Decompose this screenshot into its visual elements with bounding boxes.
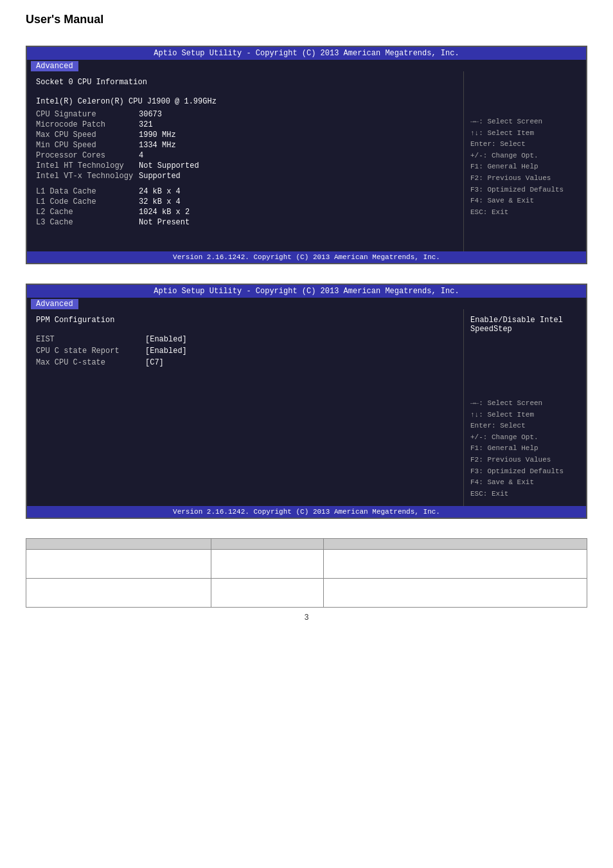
bios-tab-2[interactable]: Advanced xyxy=(31,299,78,309)
eist-label: EIST xyxy=(36,335,145,344)
table-row: L1 Code Cache 32 kB x 4 xyxy=(36,197,454,206)
proc-cores-label: Processor Cores xyxy=(36,151,139,160)
table-row xyxy=(26,550,587,579)
l2-cache-label: L2 Cache xyxy=(36,208,139,217)
l1-code-value: 32 kB x 4 xyxy=(139,197,181,206)
l1-data-label: L1 Data Cache xyxy=(36,187,139,196)
table-cell xyxy=(211,550,324,579)
help-select-screen: →←: Select Screen xyxy=(470,116,580,128)
l1-data-value: 24 kB x 4 xyxy=(139,187,181,196)
bios-screen-1: Aptio Setup Utility - Copyright (C) 2013… xyxy=(26,46,587,264)
vtx-tech-label: Intel VT-x Technology xyxy=(36,172,139,181)
help-general-help: F1: General Help xyxy=(470,161,580,173)
table-cell xyxy=(26,579,211,608)
page-number: 3 xyxy=(26,613,587,622)
help2-enter-select: Enter: Select xyxy=(470,420,580,432)
table-row: Microcode Patch 321 xyxy=(36,120,454,129)
help2-save-exit: F4: Save & Exit xyxy=(470,477,580,489)
help-enter-select: Enter: Select xyxy=(470,139,580,150)
help-select-item: ↑↓: Select Item xyxy=(470,128,580,140)
vtx-tech-value: Supported xyxy=(139,172,181,181)
page-title: User's Manual xyxy=(26,13,587,26)
bottom-table xyxy=(26,538,587,608)
table-row: Intel HT Technology Not Supported xyxy=(36,161,454,170)
bios-sidebar-help-1: →←: Select Screen ↑↓: Select Item Enter:… xyxy=(470,116,580,218)
cpu-c-state-value: [Enabled] xyxy=(145,347,187,356)
l2-cache-value: 1024 kB x 2 xyxy=(139,208,190,217)
cpu-c-state-label: CPU C state Report xyxy=(36,347,145,356)
table-col-3 xyxy=(323,539,587,550)
bios-screen-2: Aptio Setup Utility - Copyright (C) 2013… xyxy=(26,284,587,519)
table-row: CPU Signature 30673 xyxy=(36,110,454,119)
max-cpu-value: 1990 MHz xyxy=(139,131,176,140)
ht-tech-label: Intel HT Technology xyxy=(36,161,139,170)
bios-description-2: Enable/Disable Intel SpeedStep xyxy=(470,316,580,334)
l3-cache-label: L3 Cache xyxy=(36,218,139,227)
help2-general-help: F1: General Help xyxy=(470,443,580,455)
table-cell xyxy=(323,550,587,579)
table-row: Max CPU Speed 1990 MHz xyxy=(36,131,454,140)
bios-header-1: Aptio Setup Utility - Copyright (C) 2013… xyxy=(27,47,586,60)
proc-cores-value: 4 xyxy=(139,151,143,160)
help-esc-exit: ESC: Exit xyxy=(470,207,580,219)
help2-esc-exit: ESC: Exit xyxy=(470,489,580,500)
eist-value: [Enabled] xyxy=(145,335,187,344)
bios-section-title-2: PPM Configuration xyxy=(36,316,454,325)
help2-prev-values: F2: Previous Values xyxy=(470,455,580,466)
help-prev-values: F2: Previous Values xyxy=(470,173,580,185)
help2-change-opt: +/-: Change Opt. xyxy=(470,432,580,444)
table-cell xyxy=(211,579,324,608)
cpu-sig-value: 30673 xyxy=(139,110,162,119)
max-cpu-c-label: Max CPU C-state xyxy=(36,358,145,367)
min-cpu-value: 1334 MHz xyxy=(139,141,176,150)
microcode-label: Microcode Patch xyxy=(36,120,139,129)
table-row: Max CPU C-state [C7] xyxy=(36,358,454,367)
help2-opt-defaults: F3: Optimized Defaults xyxy=(470,466,580,478)
bios-cpu-model: Intel(R) Celeron(R) CPU J1900 @ 1.99GHz xyxy=(36,97,454,106)
table-col-1 xyxy=(26,539,211,550)
bios-section-title-1: Socket 0 CPU Information xyxy=(36,78,454,87)
l1-code-label: L1 Code Cache xyxy=(36,197,139,206)
max-cpu-c-value: [C7] xyxy=(145,358,164,367)
table-col-2 xyxy=(211,539,324,550)
bios-sidebar-help-2: →←: Select Screen ↑↓: Select Item Enter:… xyxy=(470,398,580,500)
help-change-opt: +/-: Change Opt. xyxy=(470,150,580,162)
table-row: L3 Cache Not Present xyxy=(36,218,454,227)
table-row xyxy=(26,579,587,608)
bios-footer-1: Version 2.16.1242. Copyright (C) 2013 Am… xyxy=(27,251,586,263)
table-row: Min CPU Speed 1334 MHz xyxy=(36,141,454,150)
help2-select-screen: →←: Select Screen xyxy=(470,398,580,410)
bios-tab-1[interactable]: Advanced xyxy=(31,61,78,71)
min-cpu-label: Min CPU Speed xyxy=(36,141,139,150)
help-opt-defaults: F3: Optimized Defaults xyxy=(470,185,580,196)
ht-tech-value: Not Supported xyxy=(139,161,199,170)
table-row: Processor Cores 4 xyxy=(36,151,454,160)
table-row: CPU C state Report [Enabled] xyxy=(36,347,454,356)
cpu-sig-label: CPU Signature xyxy=(36,110,139,119)
table-row: Intel VT-x Technology Supported xyxy=(36,172,454,181)
table-cell xyxy=(323,579,587,608)
table-row: EIST [Enabled] xyxy=(36,335,454,344)
help2-select-item: ↑↓: Select Item xyxy=(470,410,580,421)
bios-header-2: Aptio Setup Utility - Copyright (C) 2013… xyxy=(27,285,586,298)
table-row: L2 Cache 1024 kB x 2 xyxy=(36,208,454,217)
table-row: L1 Data Cache 24 kB x 4 xyxy=(36,187,454,196)
max-cpu-label: Max CPU Speed xyxy=(36,131,139,140)
bios-footer-2: Version 2.16.1242. Copyright (C) 2013 Am… xyxy=(27,506,586,518)
microcode-value: 321 xyxy=(139,120,153,129)
table-cell xyxy=(26,550,211,579)
help-save-exit: F4: Save & Exit xyxy=(470,195,580,207)
l3-cache-value: Not Present xyxy=(139,218,190,227)
